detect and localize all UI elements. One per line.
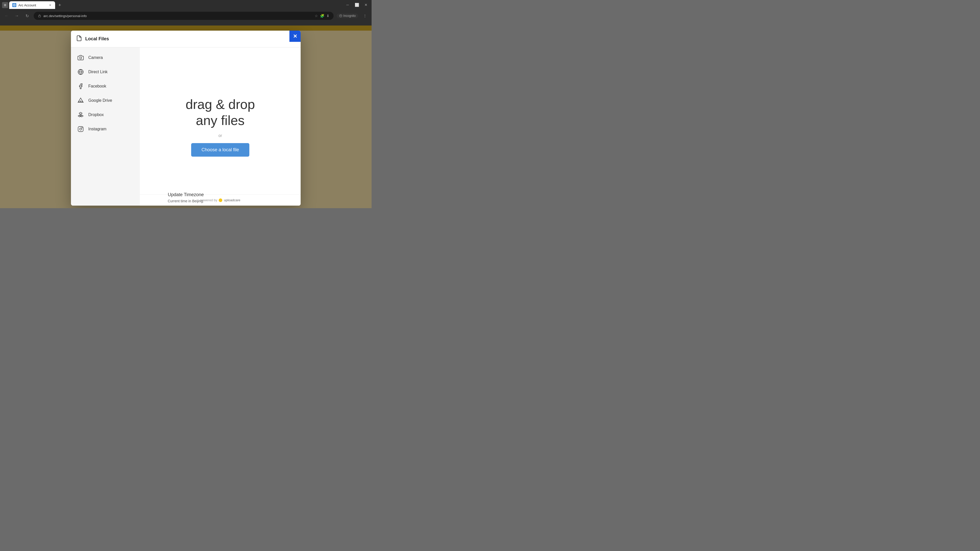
dropbox-label: Dropbox bbox=[88, 113, 103, 117]
modal-body: Camera Direct Link bbox=[71, 48, 301, 206]
url-actions: ☆ 🧩 ⬇ bbox=[315, 14, 329, 18]
direct-link-label: Direct Link bbox=[88, 70, 108, 74]
modal-title: Local Files bbox=[85, 36, 296, 41]
menu-button[interactable]: ⋮ bbox=[361, 12, 369, 19]
or-text: or bbox=[218, 133, 222, 138]
new-tab-button[interactable]: + bbox=[56, 2, 63, 9]
modal-close-button[interactable]: ✕ bbox=[290, 30, 301, 42]
svg-point-3 bbox=[340, 15, 341, 16]
window-controls: ─ ⬜ ✕ bbox=[344, 1, 369, 8]
tab-bar: Arc Account ✕ + ─ ⬜ ✕ bbox=[0, 0, 372, 10]
modal-sidebar: Camera Direct Link bbox=[71, 48, 140, 206]
camera-label: Camera bbox=[88, 56, 103, 60]
bookmark-icon[interactable]: ☆ bbox=[315, 14, 318, 18]
modal-header: Local Files ✕ bbox=[71, 30, 301, 48]
address-bar: ← → ↻ arc.dev/settings/personal-info ☆ 🧩… bbox=[0, 10, 372, 21]
dropbox-icon bbox=[77, 111, 84, 118]
download-icon[interactable]: ⬇ bbox=[326, 14, 329, 18]
sidebar-item-camera[interactable]: Camera bbox=[71, 51, 140, 65]
google-drive-label: Google Drive bbox=[88, 98, 112, 103]
svg-point-8 bbox=[80, 128, 82, 130]
tab-favicon bbox=[12, 3, 16, 7]
svg-rect-7 bbox=[78, 127, 83, 132]
drop-zone[interactable]: drag & dropany files or Choose a local f… bbox=[140, 48, 301, 206]
local-files-icon bbox=[76, 35, 82, 43]
sidebar-item-facebook[interactable]: Facebook bbox=[71, 79, 140, 94]
browser-chrome: Arc Account ✕ + ─ ⬜ ✕ ← → ↻ arc.dev/sett… bbox=[0, 0, 372, 25]
choose-file-button[interactable]: Choose a local file bbox=[191, 143, 249, 157]
sidebar-item-direct-link[interactable]: Direct Link bbox=[71, 65, 140, 79]
tab-switcher[interactable] bbox=[2, 2, 8, 8]
forward-button[interactable]: → bbox=[13, 12, 21, 19]
incognito-icon bbox=[339, 14, 342, 17]
maximize-button[interactable]: ⬜ bbox=[353, 1, 360, 8]
page-background: Local Files ✕ Camera bbox=[0, 25, 372, 208]
back-button[interactable]: ← bbox=[3, 12, 10, 19]
url-text: arc.dev/settings/personal-info bbox=[43, 14, 313, 18]
facebook-label: Facebook bbox=[88, 84, 106, 89]
facebook-icon bbox=[77, 83, 84, 90]
uploadcare-dot-icon bbox=[219, 198, 222, 202]
url-bar[interactable]: arc.dev/settings/personal-info ☆ 🧩 ⬇ bbox=[34, 12, 334, 20]
google-drive-icon bbox=[77, 97, 84, 104]
svg-point-9 bbox=[82, 127, 83, 128]
tab-close-button[interactable]: ✕ bbox=[48, 3, 52, 7]
link-icon bbox=[77, 68, 84, 76]
reload-button[interactable]: ↻ bbox=[24, 12, 30, 19]
drag-drop-text: drag & dropany files bbox=[186, 97, 255, 128]
lock-icon bbox=[38, 14, 41, 17]
current-time-text: Current time in Beijing: bbox=[168, 199, 204, 203]
modal-footer: powered by uploadcare bbox=[140, 194, 301, 206]
uploadcare-brand: uploadcare bbox=[224, 198, 240, 202]
camera-icon bbox=[77, 54, 84, 61]
modal-overlay: Local Files ✕ Camera bbox=[0, 25, 372, 208]
instagram-icon bbox=[77, 125, 84, 133]
sidebar-item-instagram[interactable]: Instagram bbox=[71, 122, 140, 136]
sidebar-item-dropbox[interactable]: Dropbox bbox=[71, 108, 140, 122]
page-content: Update Timezone Current time in Beijing: bbox=[168, 192, 204, 203]
tab-title: Arc Account bbox=[18, 3, 46, 7]
svg-rect-1 bbox=[38, 16, 41, 17]
close-window-button[interactable]: ✕ bbox=[363, 1, 369, 8]
incognito-label: Incognito bbox=[343, 14, 356, 17]
incognito-badge: Incognito bbox=[337, 14, 358, 18]
upload-modal: Local Files ✕ Camera bbox=[71, 30, 301, 206]
svg-point-4 bbox=[80, 57, 82, 59]
extensions-icon[interactable]: 🧩 bbox=[320, 14, 325, 18]
minimize-button[interactable]: ─ bbox=[344, 1, 351, 8]
active-tab[interactable]: Arc Account ✕ bbox=[9, 1, 55, 9]
update-timezone-text: Update Timezone bbox=[168, 192, 204, 197]
sidebar-item-google-drive[interactable]: Google Drive bbox=[71, 94, 140, 108]
instagram-label: Instagram bbox=[88, 127, 107, 131]
